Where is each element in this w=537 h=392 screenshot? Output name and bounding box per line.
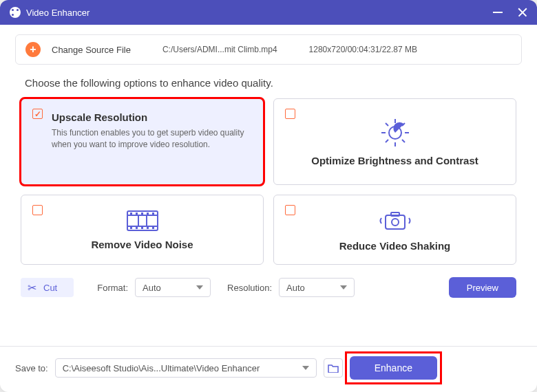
camera-shake-icon: [377, 208, 413, 233]
add-file-button[interactable]: +: [25, 42, 41, 57]
format-dropdown[interactable]: Auto: [135, 278, 211, 297]
svg-point-25: [392, 219, 399, 226]
options-grid: Upscale Resolution This function enables…: [15, 98, 522, 265]
close-icon[interactable]: [518, 8, 527, 17]
cut-label: Cut: [43, 283, 57, 293]
option-remove-noise[interactable]: Remove Video Noise: [21, 195, 264, 265]
svg-rect-21: [141, 227, 143, 229]
svg-rect-16: [141, 213, 143, 215]
checkbox-icon[interactable]: [285, 109, 295, 119]
option-title: Remove Video Noise: [91, 239, 193, 250]
change-source-label[interactable]: Change Source File: [52, 45, 131, 55]
window-controls: [493, 8, 527, 17]
app-icon: [10, 7, 21, 18]
svg-line-7: [386, 140, 388, 142]
option-title: Upscale Resolution: [52, 111, 147, 123]
source-path: C:/Users/ADMI...mit Climb.mp4: [162, 45, 277, 54]
option-reduce-shaking[interactable]: Reduce Video Shaking: [273, 195, 516, 265]
svg-line-5: [386, 123, 388, 126]
svg-rect-19: [130, 227, 132, 229]
svg-rect-14: [130, 213, 132, 215]
resolution-label: Resolution:: [227, 283, 272, 293]
controls-row: ✂ Cut Format: Auto Resolution: Auto Prev…: [21, 277, 516, 298]
scissors-icon: ✂: [28, 281, 36, 294]
source-info: 1280x720/00:04:31/22.87 MB: [309, 45, 417, 54]
minimize-icon[interactable]: [493, 12, 503, 13]
save-to-label: Save to:: [15, 363, 48, 373]
folder-icon: [328, 363, 339, 373]
content-area: + Change Source File C:/Users/ADMI...mit…: [0, 25, 537, 334]
chevron-down-icon: [302, 366, 309, 370]
resolution-dropdown[interactable]: Auto: [279, 278, 355, 297]
enhance-highlight: Enhance: [350, 356, 437, 380]
svg-rect-26: [391, 213, 399, 216]
preview-button[interactable]: Preview: [449, 277, 516, 298]
sun-icon: [380, 118, 410, 148]
svg-rect-24: [386, 215, 405, 229]
checkbox-icon[interactable]: [32, 205, 43, 215]
svg-rect-18: [152, 213, 154, 215]
checkbox-icon[interactable]: [32, 109, 43, 119]
option-upscale-resolution[interactable]: Upscale Resolution This function enables…: [21, 98, 264, 185]
chevron-down-icon: [340, 285, 347, 290]
source-bar: + Change Source File C:/Users/ADMI...mit…: [15, 34, 522, 65]
svg-rect-15: [136, 213, 138, 215]
svg-rect-17: [147, 213, 149, 215]
svg-rect-22: [147, 227, 149, 229]
app-window: Video Enhancer + Change Source File C:/U…: [0, 0, 537, 392]
save-path-dropdown[interactable]: C:\Aiseesoft Studio\Ais...Ultimate\Video…: [55, 358, 317, 378]
open-folder-button[interactable]: [324, 358, 343, 378]
app-title: Video Enhancer: [26, 8, 493, 18]
resolution-value: Auto: [286, 283, 305, 293]
prompt-text: Choose the following options to enhance …: [25, 77, 522, 89]
checkbox-icon[interactable]: [285, 205, 295, 215]
svg-line-6: [402, 140, 405, 142]
format-value: Auto: [143, 283, 161, 293]
film-icon: [126, 210, 159, 232]
titlebar: Video Enhancer: [0, 0, 537, 25]
svg-rect-23: [152, 227, 154, 229]
svg-rect-20: [136, 227, 138, 229]
chevron-down-icon: [196, 285, 203, 290]
enhance-button[interactable]: Enhance: [350, 356, 437, 380]
option-optimize-brightness[interactable]: Optimize Brightness and Contrast: [273, 98, 516, 185]
option-title: Optimize Brightness and Contrast: [311, 155, 478, 166]
option-description: This function enables you to get superb …: [52, 127, 249, 151]
option-title: Reduce Video Shaking: [339, 240, 450, 252]
format-label: Format:: [97, 283, 128, 293]
cut-button[interactable]: ✂ Cut: [21, 278, 74, 297]
save-path-value: C:\Aiseesoft Studio\Ais...Ultimate\Video…: [63, 363, 260, 373]
footer-bar: Save to: C:\Aiseesoft Studio\Ais...Ultim…: [0, 346, 537, 392]
